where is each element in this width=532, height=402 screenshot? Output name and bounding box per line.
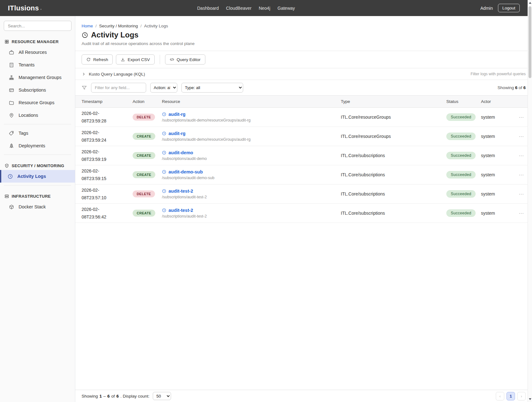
sidebar-item-docker-stack[interactable]: Docker Stack [0, 201, 75, 213]
timestamp-cell: 2026-02-08T23:59:28 [82, 110, 133, 125]
breadcrumb-separator: / [140, 24, 142, 28]
sidebar-item-resource-groups[interactable]: Resource Groups [0, 96, 75, 109]
prev-page-button[interactable]: ‹ [496, 392, 504, 400]
row-menu-button[interactable]: ⋯ [518, 191, 526, 197]
resource-link[interactable]: audit-test-2 [169, 208, 193, 213]
sidebar-item-tenants[interactable]: Tenants [0, 59, 75, 71]
resource-path: /subscriptions/audit-demo/resourceGroups… [162, 118, 341, 122]
breadcrumb-current: Activity Logs [144, 24, 168, 28]
row-menu-button[interactable]: ⋯ [518, 114, 526, 121]
logout-button[interactable]: Logout [498, 4, 520, 12]
scroll-down-arrow-icon[interactable] [529, 398, 531, 400]
table-row: 2026-02-08T23:56:42 CREATE audit-test-2 … [75, 204, 532, 223]
clock-icon [162, 189, 166, 193]
resource-link[interactable]: audit-rg [169, 112, 186, 117]
type-cell: ITL.Core/resourceGroups [341, 115, 446, 120]
column-header-resource: Resource [162, 99, 341, 104]
toolbar-divider [160, 55, 160, 64]
sidebar-divider [4, 185, 71, 185]
table-row: 2026-02-08T23:59:19 CREATE audit-demo /s… [75, 146, 532, 165]
top-navigation: Dashboard CloudBeaver Neo4j Gateway [197, 6, 295, 11]
breadcrumb: Home / Security / Monitoring / Activity … [82, 24, 526, 28]
page-header: Home / Security / Monitoring / Activity … [75, 16, 532, 51]
type-cell: ITL.Core/subscriptions [341, 191, 446, 196]
nav-link-gateway[interactable]: Gateway [277, 6, 295, 11]
type-filter-select[interactable]: Type: all [181, 83, 243, 93]
actor-cell: system [481, 211, 509, 216]
map-pin-icon [9, 113, 14, 118]
sidebar-item-deployments[interactable]: Deployments [0, 139, 75, 152]
column-header-timestamp: Timestamp [82, 99, 133, 104]
cube-icon [9, 204, 14, 210]
next-page-button[interactable]: › [517, 392, 526, 400]
sidebar-item-activity-logs[interactable]: Activity Logs [0, 170, 75, 183]
sidebar-item-subscriptions[interactable]: Subscriptions [0, 84, 75, 96]
sidebar-item-tags[interactable]: Tags [0, 127, 75, 139]
shield-icon [4, 163, 9, 168]
sidebar: RESOURCE MANAGER All Resources Tenants M… [0, 16, 75, 402]
resource-path: /subscriptions/audit-test-2 [162, 214, 341, 218]
query-editor-button[interactable]: Query Editor [165, 54, 205, 65]
table-footer: Showing 1 – 6 of 6. Display count: 50 ‹ … [75, 390, 532, 402]
results-summary: Showing 6 of 6 [498, 85, 526, 90]
action-badge: CREATE [133, 171, 155, 178]
rocket-icon [9, 143, 14, 149]
resource-link[interactable]: audit-test-2 [169, 189, 193, 194]
download-icon [121, 57, 125, 62]
grid-icon [4, 39, 9, 44]
sidebar-item-all-resources[interactable]: All Resources [0, 46, 75, 59]
clock-icon [162, 170, 166, 174]
page-title: Activity Logs [91, 31, 139, 39]
scroll-up-arrow-icon[interactable] [529, 2, 531, 4]
row-menu-button[interactable]: ⋯ [518, 152, 526, 159]
folder-icon [9, 100, 14, 105]
page-size-select[interactable]: 50 [153, 392, 171, 400]
breadcrumb-home-link[interactable]: Home [82, 24, 93, 28]
type-cell: ITL.Core/subscriptions [341, 153, 446, 158]
nav-link-neo4j[interactable]: Neo4j [259, 6, 270, 11]
page-1-button[interactable]: 1 [506, 392, 515, 400]
action-filter-select[interactable]: Action: all [150, 83, 177, 93]
status-badge: Succeeded [446, 190, 476, 198]
row-menu-button[interactable]: ⋯ [518, 172, 526, 178]
briefcase-icon [9, 50, 14, 55]
refresh-button[interactable]: Refresh [82, 54, 113, 65]
breadcrumb-separator: / [95, 24, 97, 28]
actor-cell: system [481, 134, 509, 139]
sidebar-item-management-groups[interactable]: Management Groups [0, 71, 75, 84]
status-badge: Succeeded [446, 209, 476, 217]
row-menu-button[interactable]: ⋯ [518, 210, 526, 217]
nav-link-cloudbeaver[interactable]: CloudBeaver [226, 6, 252, 11]
refresh-icon [86, 57, 91, 62]
type-cell: ITL.Core/subscriptions [341, 211, 446, 216]
actor-cell: system [481, 115, 509, 120]
sidebar-item-locations[interactable]: Locations [0, 109, 75, 122]
code-icon [170, 57, 174, 62]
status-badge: Succeeded [446, 152, 476, 159]
actor-cell: system [481, 153, 509, 158]
resource-path: /subscriptions/audit-demo/resourceGroups… [162, 137, 341, 142]
status-badge: Succeeded [446, 171, 476, 178]
resource-path: /subscriptions/audit-demo [162, 156, 341, 161]
row-menu-button[interactable]: ⋯ [518, 133, 526, 140]
nav-link-dashboard[interactable]: Dashboard [197, 6, 219, 11]
export-csv-button[interactable]: Export CSV [116, 54, 155, 65]
field-filter-input[interactable] [91, 83, 146, 93]
type-cell: ITL.Core/resourceGroups [341, 134, 446, 139]
pagination: ‹ 1 › [496, 392, 526, 400]
search-input[interactable] [4, 21, 72, 31]
resource-link[interactable]: audit-rg [169, 131, 186, 136]
scrollbar-thumb[interactable] [529, 6, 531, 78]
kql-expander[interactable]: Kusto Query Language (KQL) [82, 72, 145, 76]
actor-cell: system [481, 172, 509, 177]
action-badge: CREATE [133, 133, 155, 140]
resource-link[interactable]: audit-demo [169, 150, 193, 155]
card-icon [9, 88, 14, 93]
resource-link[interactable]: audit-demo-sub [169, 169, 203, 174]
header-right: Admin Logout [480, 4, 520, 12]
logo-dot: . [40, 5, 42, 11]
display-count-label: . Display count: [120, 394, 149, 399]
actor-cell: system [481, 191, 509, 196]
action-badge: CREATE [133, 152, 155, 159]
page-scrollbar[interactable] [528, 0, 532, 402]
